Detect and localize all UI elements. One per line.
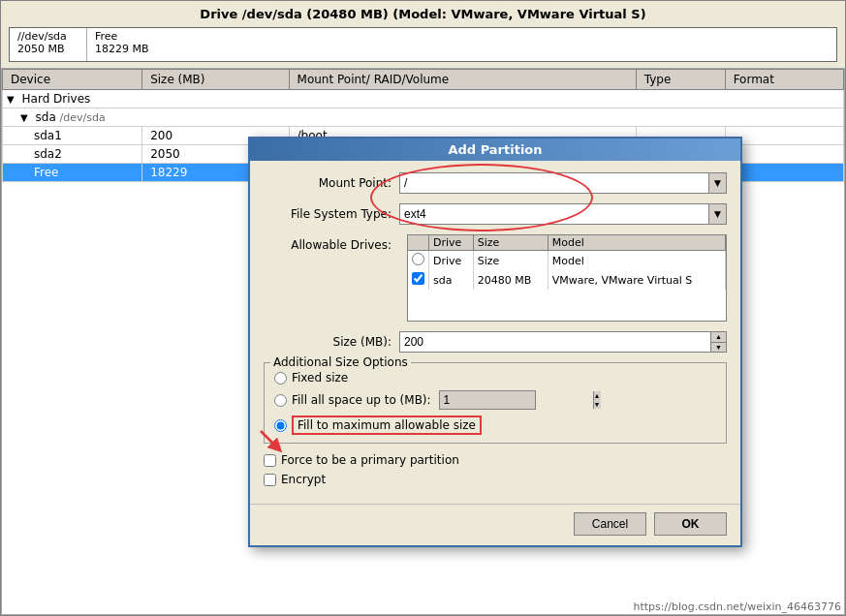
- row-format: [725, 127, 843, 145]
- tree-arrow: ▼: [20, 112, 28, 123]
- row-device: Free: [3, 164, 142, 182]
- dialog-title: Add Partition: [250, 139, 740, 161]
- drive-segment-2: Free 18229 MB: [87, 28, 836, 61]
- drives-size-header: Size: [473, 251, 548, 271]
- segment2-sub: 18229 MB: [95, 43, 829, 55]
- row-format: [725, 164, 843, 182]
- drive-checkbox[interactable]: [412, 272, 424, 285]
- filesystem-input[interactable]: [400, 204, 708, 224]
- size-spinner[interactable]: ▲ ▼: [710, 332, 726, 352]
- encrypt-checkbox[interactable]: [264, 474, 276, 486]
- fixed-size-label: Fixed size: [292, 371, 348, 385]
- dialog-buttons: Cancel OK: [250, 504, 740, 545]
- mount-point-row: Mount Point: ▼: [264, 172, 727, 194]
- fill-up-spinner[interactable]: ▲ ▼: [593, 391, 601, 409]
- tree-arrow: ▼: [7, 94, 15, 105]
- drives-size-val: 20480 MB: [473, 270, 548, 290]
- drive-segment-1: //dev/sda 2050 MB: [10, 28, 87, 61]
- add-partition-dialog: Add Partition Mount Point: ▼ File System…: [248, 137, 742, 547]
- filesystem-label: File System Type:: [264, 207, 399, 221]
- options-legend: Additional Size Options: [270, 355, 411, 369]
- drives-check-col: [408, 270, 429, 290]
- size-down-btn[interactable]: ▼: [711, 343, 726, 353]
- filesystem-row: File System Type: ▼: [264, 203, 727, 225]
- fixed-size-row: Fixed size: [274, 371, 716, 385]
- fill-max-radio[interactable]: [274, 419, 287, 432]
- drives-radio-col: [408, 251, 429, 271]
- filesystem-dropdown-btn[interactable]: ▼: [708, 204, 726, 224]
- fill-up-label: Fill all space up to (MB):: [292, 393, 431, 407]
- allowable-drives-label: Allowable Drives:: [264, 234, 399, 252]
- segment1-label: //dev/sda: [17, 30, 78, 43]
- drive-title: Drive /dev/sda (20480 MB) (Model: VMware…: [1, 1, 845, 23]
- drives-data-row[interactable]: sda 20480 MB VMware, VMware Virtual S: [408, 270, 726, 290]
- fill-up-input[interactable]: [440, 393, 593, 407]
- fill-max-label: Fill to maximum allowable size: [292, 416, 482, 435]
- size-up-btn[interactable]: ▲: [711, 332, 726, 343]
- col-type: Type: [636, 70, 725, 90]
- mount-point-combo[interactable]: ▼: [399, 172, 727, 194]
- sda-sublabel: /dev/sda: [60, 111, 106, 124]
- primary-checkbox-row: Force to be a primary partition: [264, 453, 727, 467]
- drives-col-drive: Drive: [429, 235, 474, 251]
- drives-header-radio-row: Drive Size Model: [408, 251, 726, 271]
- col-device: Device: [3, 70, 142, 90]
- fill-up-radio[interactable]: [274, 394, 287, 407]
- drives-table: Drive Size Model Drive: [408, 235, 726, 290]
- segment1-sub: 2050 MB: [17, 43, 78, 55]
- drives-table-wrapper: Drive Size Model Drive: [407, 234, 727, 322]
- fill-up-down-btn[interactable]: ▼: [594, 400, 601, 409]
- drives-col-check: [408, 235, 429, 251]
- drives-model-val: VMware, VMware Virtual S: [548, 270, 725, 290]
- primary-checkbox[interactable]: [264, 454, 276, 467]
- encrypt-checkbox-label: Encrypt: [281, 473, 326, 486]
- row-device: sda2: [3, 145, 142, 164]
- table-row[interactable]: ▼ sda /dev/sda: [3, 108, 844, 127]
- fill-up-input-wrapper[interactable]: ▲ ▼: [439, 390, 536, 410]
- fill-max-row: Fill to maximum allowable size: [274, 416, 716, 435]
- col-format: Format: [725, 70, 843, 90]
- drives-drive-val: sda: [429, 270, 474, 290]
- mount-point-dropdown-btn[interactable]: ▼: [708, 173, 726, 193]
- additional-size-options: Additional Size Options Fixed size Fill …: [264, 362, 727, 444]
- fixed-size-radio[interactable]: [274, 372, 287, 385]
- row-device: sda1: [3, 127, 142, 145]
- mount-point-label: Mount Point:: [264, 176, 399, 190]
- col-size: Size (MB): [142, 70, 289, 90]
- size-input[interactable]: [400, 332, 710, 352]
- primary-checkbox-label: Force to be a primary partition: [281, 453, 459, 467]
- drives-col-model: Model: [548, 235, 725, 251]
- drives-drive-header: Drive: [429, 251, 474, 271]
- table-row[interactable]: ▼ Hard Drives: [3, 90, 844, 108]
- fill-up-up-btn[interactable]: ▲: [594, 391, 601, 400]
- sda-label: sda: [36, 110, 56, 124]
- mount-point-input[interactable]: [400, 173, 708, 193]
- col-mount: Mount Point/ RAID/Volume: [289, 70, 636, 90]
- drives-col-size: Size: [473, 235, 548, 251]
- size-row: Size (MB): ▲ ▼: [264, 331, 727, 353]
- drives-row: Allowable Drives: Drive Size Model: [264, 234, 727, 322]
- drive-select-radio-header[interactable]: [412, 253, 424, 265]
- dialog-body: Mount Point: ▼ File System Type: ▼ Allow…: [250, 161, 740, 504]
- watermark: https://blog.csdn.net/weixin_46463776: [633, 601, 841, 613]
- filesystem-combo[interactable]: ▼: [399, 203, 727, 225]
- group-label: Hard Drives: [22, 92, 91, 106]
- encrypt-checkbox-row: Encrypt: [264, 473, 727, 486]
- ok-button[interactable]: OK: [654, 512, 727, 536]
- allowable-drives-section: Allowable Drives: Drive Size Model: [264, 234, 727, 322]
- size-label: Size (MB):: [264, 335, 399, 349]
- fill-up-row: Fill all space up to (MB): ▲ ▼: [274, 390, 716, 410]
- segment2-label: Free: [95, 30, 829, 43]
- row-format: [725, 145, 843, 164]
- drive-bar: //dev/sda 2050 MB Free 18229 MB: [9, 27, 837, 62]
- main-window: Drive /dev/sda (20480 MB) (Model: VMware…: [0, 0, 846, 616]
- size-input-wrapper[interactable]: ▲ ▼: [399, 331, 727, 353]
- drives-model-header: Model: [548, 251, 725, 271]
- cancel-button[interactable]: Cancel: [574, 512, 646, 536]
